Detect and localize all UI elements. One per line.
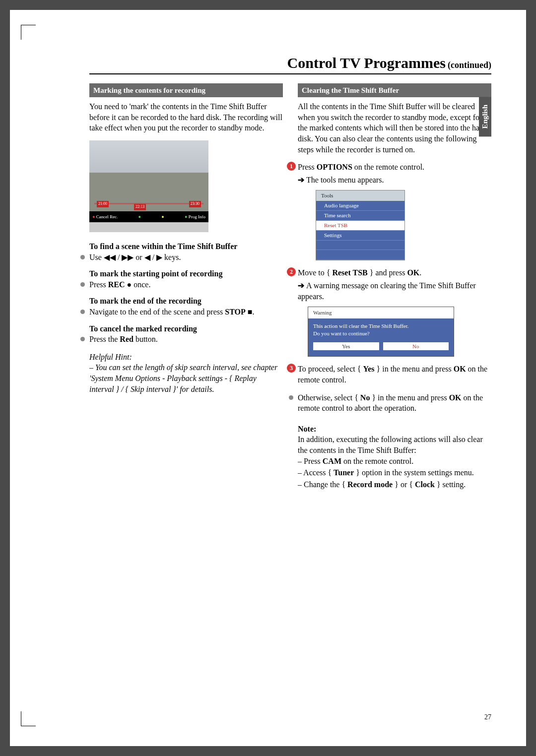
arrow-icon: ➔ <box>298 176 304 184</box>
heading-cancel-mark: To cancel the marked recording <box>89 323 283 334</box>
bullet-icon <box>289 395 293 400</box>
bullet-icon <box>80 282 85 287</box>
step-1-result: ➔The tools menu appears. <box>298 175 491 186</box>
marking-intro: You need to 'mark' the contents in the T… <box>89 101 283 133</box>
language-tab: English <box>479 97 491 136</box>
warning-dialog-screenshot: Warning This action will clear the Time … <box>308 307 454 357</box>
tools-item-blank <box>316 250 404 260</box>
note-intro: In addition, executing the following act… <box>298 434 491 455</box>
warning-title: Warning <box>308 307 454 318</box>
tools-item: Settings <box>316 231 404 241</box>
page-title-bar: Control TV Programmes (continued) <box>89 55 491 74</box>
red-dot-icon: ● <box>92 214 95 219</box>
bullet-icon <box>80 255 85 259</box>
step-number-icon: 1 <box>287 162 296 171</box>
arrow-icon: ➔ <box>298 281 304 290</box>
heading-find-scene: To find a scene within the Time Shift Bu… <box>89 241 283 252</box>
tsb-legend-bar: ● Cancel Rec. ● ● ● Prog Info <box>89 211 208 222</box>
crop-mark-bl <box>21 711 36 726</box>
clearing-intro: All the contents in the Time Shift Buffe… <box>298 101 491 155</box>
green-dot-icon-2: ● <box>185 214 187 219</box>
page-title-continued: (continued) <box>448 60 491 70</box>
step-2: 2 Move to { Reset TSB } and press OK. <box>287 267 491 278</box>
warning-body: This action will clear the Time Shift Bu… <box>308 318 454 357</box>
tsb-screenshot: 21:00 23:30 22:13 ● Cancel Rec. ● ● ● Pr… <box>89 140 208 232</box>
helpful-hint: Helpful Hint: – You can set the length o… <box>89 352 283 394</box>
tools-item-selected: Reset TSB <box>316 221 404 231</box>
step-2-result: ➔A warning message on clearing the Time … <box>298 280 491 302</box>
tsb-time-start: 21:00 <box>97 201 109 207</box>
tools-item-blank <box>316 241 404 251</box>
left-column: Marking the contents for recording You n… <box>89 83 283 491</box>
step-3: 3 To proceed, select { Yes } in the menu… <box>287 364 491 385</box>
warning-no-button: No <box>383 342 449 351</box>
page-title: Control TV Programmes <box>287 55 446 71</box>
crop-mark-tl <box>21 25 36 40</box>
bullet-mark-end: Navigate to the end of the scene and pre… <box>80 307 283 317</box>
tools-item: Audio language <box>316 201 404 211</box>
page-number: 27 <box>484 713 491 721</box>
content-columns: Marking the contents for recording You n… <box>89 83 491 491</box>
step-number-icon: 2 <box>287 267 296 276</box>
step-1: 1 Press OPTIONS on the remote control. <box>287 162 491 173</box>
warning-yes-button: Yes <box>313 342 379 351</box>
tools-menu-screenshot: Tools Audio language Time search Reset T… <box>316 190 405 260</box>
yellow-dot-icon: ● <box>161 214 164 220</box>
bullet-icon <box>80 337 85 341</box>
heading-mark-end: To mark the end of the recording <box>89 296 283 307</box>
section-bar-marking: Marking the contents for recording <box>89 83 283 97</box>
step-number-icon: 3 <box>287 364 296 373</box>
section-bar-clearing: Clearing the Time Shift Buffer <box>298 83 491 97</box>
bullet-find-scene: Use ◀◀ / ▶▶ or ◀ / ▶ keys. <box>80 252 283 263</box>
green-dot-icon: ● <box>138 214 141 220</box>
manual-page: English Control TV Programmes (continued… <box>10 10 526 746</box>
tsb-time-end: 23:30 <box>189 201 201 207</box>
bullet-otherwise: Otherwise, select { No } in the menu and… <box>289 392 491 414</box>
right-column: Clearing the Time Shift Buffer All the c… <box>298 83 491 491</box>
tsb-time-current: 22:13 <box>134 204 146 210</box>
note-heading: Note: <box>298 424 491 435</box>
bullet-mark-start: Press REC ● once. <box>80 279 283 290</box>
bullet-icon <box>80 310 85 314</box>
tools-menu-title: Tools <box>316 190 404 201</box>
heading-mark-start: To mark the starting point of recording <box>89 268 283 279</box>
note-list: – Press CAM on the remote control. – Acc… <box>298 456 491 490</box>
bullet-cancel-mark: Press the Red button. <box>80 334 283 345</box>
tools-item: Time search <box>316 211 404 221</box>
